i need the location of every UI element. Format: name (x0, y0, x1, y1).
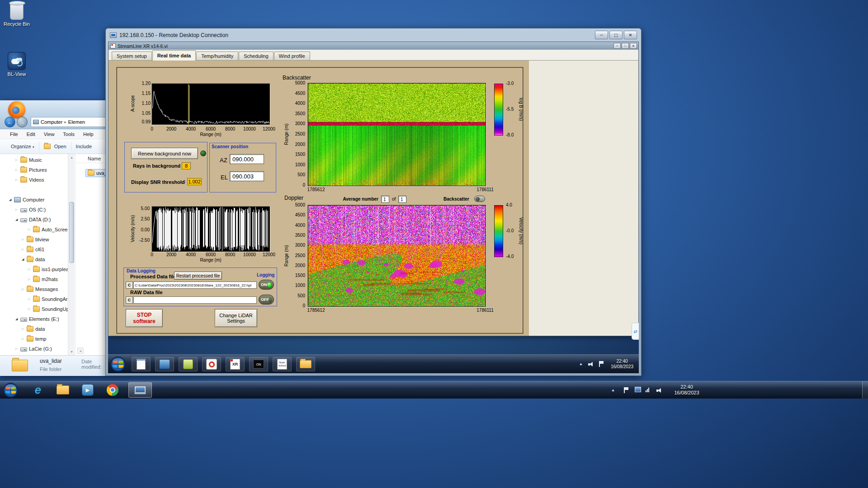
scroll-down-icon[interactable]: ▼ (68, 348, 75, 355)
restart-processed-file-button[interactable]: Restart processed file (174, 272, 222, 280)
expander-icon[interactable] (15, 208, 20, 211)
power-tool-icon[interactable] (202, 357, 221, 371)
menu-edit[interactable]: Edit (27, 131, 35, 137)
firefox-icon[interactable] (8, 101, 25, 118)
expander-icon[interactable] (15, 178, 20, 182)
tab-scheduling[interactable]: Scheduling (239, 52, 273, 60)
tree-item-os-c[interactable]: OS (C:) (0, 205, 68, 215)
hscroll-left-icon[interactable] (77, 347, 84, 354)
notes-icon[interactable] (179, 357, 198, 371)
minimize-button[interactable] (595, 31, 608, 39)
expander-icon[interactable] (22, 327, 27, 331)
forward-button[interactable] (17, 117, 28, 127)
labview-titlebar[interactable]: StreamLine XR v14-6.vi ─ □ ✕ (108, 42, 638, 50)
tree-item-computer[interactable]: Computer (0, 195, 68, 205)
tree-item-videos[interactable]: Videos (0, 175, 68, 185)
notepad-icon[interactable] (132, 357, 151, 371)
average-number-field[interactable]: 1 (381, 196, 389, 203)
tree-scrollbar[interactable]: ▲ ▼ (68, 154, 75, 355)
raw-path-field[interactable] (133, 296, 257, 304)
renew-background-button[interactable]: Renew background now (131, 148, 198, 159)
tree-item-soundingarchive[interactable]: SoundingArchiv (0, 294, 68, 304)
expander-icon[interactable] (9, 198, 14, 202)
desktop-icon-recycle-bin[interactable]: Recycle Bin (0, 3, 33, 27)
raw-logging-toggle[interactable]: OFF (259, 295, 274, 305)
menu-tools[interactable]: Tools (63, 131, 75, 137)
expander-icon[interactable] (28, 228, 33, 231)
tab-wind-profile[interactable]: Wind profile (274, 52, 310, 60)
expander-icon[interactable] (28, 307, 33, 311)
tree-item-cl61[interactable]: cl61 (0, 244, 68, 254)
tree-item-data-e[interactable]: data (0, 324, 68, 334)
menu-view[interactable]: View (44, 131, 55, 137)
tree-item-lacie-g[interactable]: LaCie (G:) (0, 344, 68, 354)
tree-item-music[interactable]: Music (0, 155, 68, 165)
scroll-up-icon[interactable]: ▲ (68, 154, 75, 161)
az-field[interactable]: 090.000 (230, 154, 264, 164)
open-button[interactable]: Open (54, 144, 66, 149)
remote-clock[interactable]: 22:40 16/08/2023 (606, 359, 638, 370)
column-header-name[interactable]: Name (75, 154, 106, 163)
expander-icon[interactable] (22, 258, 27, 261)
of-count-field[interactable]: 1 (398, 196, 406, 203)
expander-icon[interactable] (15, 317, 20, 321)
desktop-icon-bl-view[interactable]: BL-View (0, 52, 33, 77)
raw-drive-selector[interactable]: C (126, 296, 133, 304)
expander-icon[interactable] (15, 168, 20, 172)
taskbar-chrome-icon[interactable] (103, 382, 123, 398)
xr-vi-icon[interactable]: XR (226, 357, 245, 371)
folder-icon[interactable] (296, 357, 315, 371)
snr-spinner[interactable] (183, 178, 187, 185)
start-button[interactable] (3, 383, 18, 398)
rdp-titlebar[interactable]: 192.168.0.150 - Remote Desktop Connectio… (106, 28, 641, 42)
tree-item-temp[interactable]: temp (0, 334, 68, 344)
breadcrumb-computer[interactable]: Computer (41, 119, 62, 125)
tree-item-soundingupload[interactable]: SoundingUploa (0, 304, 68, 314)
tab-real-time-data[interactable]: Real time data (152, 50, 196, 61)
taskbar-rdp-icon[interactable] (128, 382, 152, 398)
volume-icon[interactable] (588, 361, 594, 367)
backscatter-toggle[interactable] (474, 196, 485, 202)
processed-drive-selector[interactable]: C (126, 282, 133, 289)
taskbar-media-player-icon[interactable] (78, 382, 98, 398)
tree-item-iss1[interactable]: iss1-purpleair- (0, 264, 68, 274)
tree-item-m2hats[interactable]: m2hats (0, 274, 68, 284)
expander-icon[interactable] (28, 267, 33, 271)
tree-item-data[interactable]: data (0, 254, 68, 264)
expander-icon[interactable] (28, 297, 33, 301)
taskbar-ie-icon[interactable] (28, 382, 48, 398)
menu-file[interactable]: File (10, 131, 18, 137)
expander-icon[interactable] (22, 248, 27, 251)
el-field[interactable]: 090.003 (230, 171, 264, 181)
address-bar[interactable]: Computer Elemen (31, 117, 106, 127)
file-item-uva[interactable]: uva_ (85, 169, 106, 177)
tree-item-pictures[interactable]: Pictures (0, 165, 68, 175)
hidden-icons-icon[interactable]: ▲ (579, 362, 583, 366)
action-center-icon[interactable] (624, 387, 629, 393)
host-clock[interactable]: 22:40 16/08/2023 (669, 384, 704, 396)
expander-icon[interactable] (15, 218, 20, 221)
breadcrumb-elements[interactable]: Elemen (68, 119, 85, 125)
close-button[interactable] (624, 31, 637, 39)
tree-item-blview[interactable]: blview (0, 235, 68, 244)
include-button[interactable]: Include (76, 144, 92, 149)
close-button[interactable]: ✕ (630, 43, 637, 49)
rays-spinner[interactable] (177, 162, 181, 169)
scan-scheduler-icon[interactable]: Scansched (273, 357, 292, 371)
expander-icon[interactable] (15, 158, 20, 162)
expander-icon[interactable] (22, 238, 27, 241)
expander-icon[interactable] (15, 347, 20, 351)
terminal-icon[interactable]: ON (249, 357, 268, 371)
tree-item-auto-screen[interactable]: Auto_Screen_Ca (0, 225, 68, 235)
show-desktop-button[interactable] (862, 381, 868, 399)
taskbar-explorer-icon[interactable] (53, 382, 73, 398)
tree-item-elements-e[interactable]: Elements (E:) (0, 314, 68, 324)
tab-system-setup[interactable]: System setup (112, 52, 152, 60)
network-icon[interactable] (646, 387, 649, 392)
snr-value[interactable]: 1.002 (187, 178, 202, 185)
change-lidar-settings-button[interactable]: Change LiDAR Settings (215, 309, 257, 327)
expander-icon[interactable] (22, 287, 27, 291)
processed-logging-toggle[interactable]: ON (259, 280, 274, 290)
remote-start-button[interactable] (110, 357, 126, 372)
expander-icon[interactable] (22, 337, 27, 341)
